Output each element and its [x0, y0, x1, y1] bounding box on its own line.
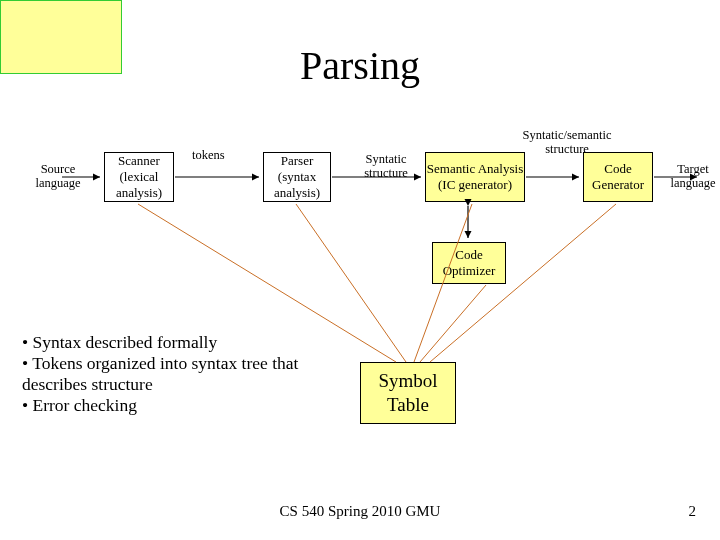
label-target-language: Target language [667, 162, 719, 191]
box-code-optimizer: Code Optimizer [432, 242, 506, 284]
box-code-generator: Code Generator [583, 152, 653, 202]
label-source-language: Source language [28, 162, 88, 191]
box-semantic-analysis: Semantic Analysis (IC generator) [425, 152, 525, 202]
bullet-item: Tokens organized into syntax tree that d… [22, 353, 342, 395]
footer-text: CS 540 Spring 2010 GMU [0, 503, 720, 520]
label-tokens: tokens [192, 148, 225, 162]
page-number: 2 [689, 503, 697, 520]
bullet-list: Syntax described formally Tokens organiz… [22, 332, 342, 416]
bullet-item: Error checking [22, 395, 342, 416]
page-title: Parsing [0, 42, 720, 89]
bullet-item: Syntax described formally [22, 332, 342, 353]
box-scanner: Scanner (lexical analysis) [104, 152, 174, 202]
label-syntactic-structure: Syntatic structure [356, 152, 416, 181]
box-parser: Parser (syntax analysis) [263, 152, 331, 202]
svg-line-9 [420, 285, 486, 362]
box-symbol-table: Symbol Table [360, 362, 456, 424]
